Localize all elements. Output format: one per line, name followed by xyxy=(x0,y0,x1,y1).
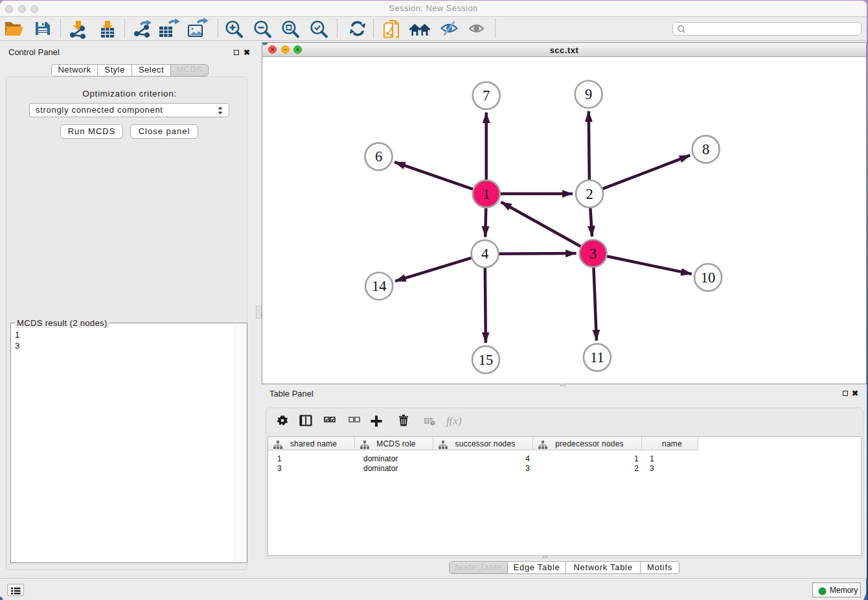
svg-text:8: 8 xyxy=(702,141,709,157)
svg-text:9: 9 xyxy=(585,86,592,102)
svg-text:3: 3 xyxy=(589,246,597,262)
svg-text:f(x): f(x) xyxy=(446,415,462,427)
svg-text:6: 6 xyxy=(375,148,382,165)
svg-text:11: 11 xyxy=(590,349,604,365)
svg-text:4: 4 xyxy=(481,246,488,262)
svg-text:10: 10 xyxy=(701,270,716,286)
svg-text:15: 15 xyxy=(479,352,494,368)
svg-text:7: 7 xyxy=(483,87,490,104)
svg-text:2: 2 xyxy=(586,186,593,202)
svg-text:14: 14 xyxy=(372,278,387,294)
svg-text:1: 1 xyxy=(483,186,490,202)
